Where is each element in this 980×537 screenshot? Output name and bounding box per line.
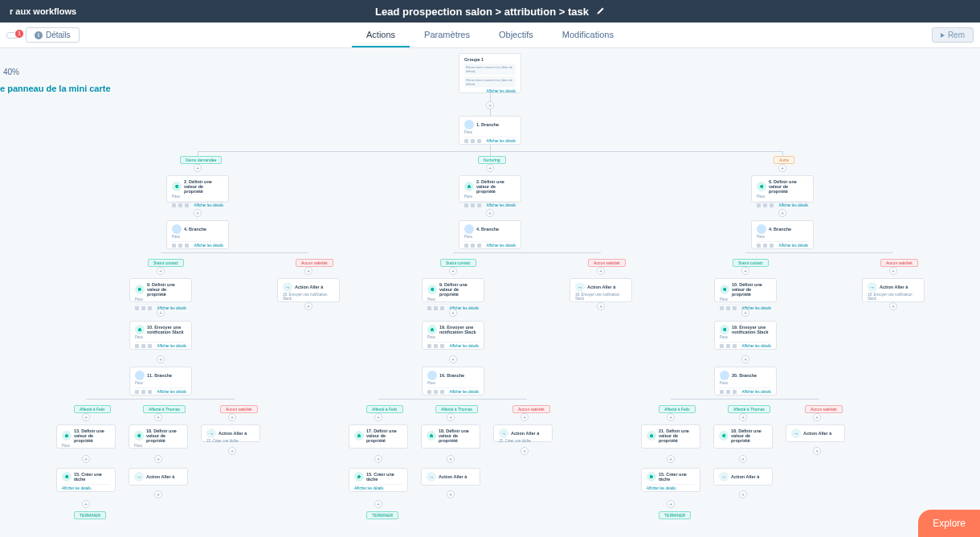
goto-card[interactable]: →Action Aller à [713,468,773,486]
add-step[interactable]: + [486,209,494,217]
action-card[interactable]: 2. Définir une valeur de propriété Pass … [459,175,521,203]
goto-card[interactable]: →Action Aller à 15. Créer une tâche [493,424,553,442]
action-card[interactable]: 15. Créer une tâche Afficher les détails [56,468,116,492]
add-step[interactable]: + [449,355,457,363]
add-step[interactable]: + [154,455,162,463]
trigger-card[interactable]: Groupe 1 Récemment converti en (date de … [459,53,521,93]
add-step[interactable]: + [741,355,749,363]
add-step[interactable]: + [739,490,747,498]
action-card[interactable]: 10. Envoyer une notification Slack Pass … [129,321,192,350]
add-step[interactable]: + [741,309,749,317]
branch-icon [464,120,474,129]
add-step[interactable]: + [154,490,162,498]
add-step[interactable]: + [154,413,162,421]
explorer-button[interactable]: Explore [918,510,980,537]
details-button[interactable]: i Détails [26,27,80,43]
action-card[interactable]: 10. Définir une valeur de propriété Pass… [714,278,777,302]
tab-actions[interactable]: Actions [352,23,410,47]
add-step[interactable]: + [82,455,90,463]
add-step[interactable]: + [741,267,749,275]
add-step[interactable]: + [667,413,675,421]
add-step[interactable]: + [374,413,382,421]
action-card[interactable]: 15. Créer une tâche Afficher les détails [349,468,408,492]
add-step[interactable]: + [157,355,165,363]
minimap-toggle[interactable]: e panneau de la mini carte [0,84,111,93]
connector [161,252,308,253]
goto-card[interactable]: →Action Aller à 18. Envoyer une notifica… [570,278,632,302]
branch-card-1[interactable]: 1. Branche Pass Afficher les détails [459,116,521,145]
back-link[interactable]: r aux workflows [10,6,76,16]
action-card[interactable]: 18. Définir une valeur de propriété Pass [129,424,188,449]
arrow-icon: → [499,428,508,438]
add-step[interactable]: + [778,164,786,172]
add-step[interactable]: + [889,267,897,275]
connector [378,399,527,400]
add-step[interactable]: + [82,413,90,421]
branch-card[interactable]: 11. Branche Pass Afficher les détails [129,367,192,396]
action-card[interactable]: 9. Définir une valeur de propriété Pass … [422,278,484,302]
add-step[interactable]: + [157,309,165,317]
add-step[interactable]: + [447,413,455,421]
add-step[interactable]: + [597,267,605,275]
branch-card[interactable]: 4. Branche Pass Afficher les détails [751,220,814,249]
goto-card[interactable]: →Action Aller à 15. Créer une tâche [201,424,260,442]
add-step[interactable]: + [667,500,675,508]
add-step[interactable]: + [374,500,382,508]
action-card[interactable]: 19. Envoyer une notification Slack Pass … [422,321,484,350]
add-step[interactable]: + [228,413,236,421]
add-step[interactable]: + [486,101,494,109]
branch-card[interactable]: 4. Branche Pass Afficher les détails [459,220,521,249]
edit-icon[interactable] [595,6,605,16]
review-button[interactable]: Rem [932,27,974,43]
branch-card[interactable]: 16. Branche Pass Afficher les détails [422,367,484,396]
action-card[interactable]: 9. Définir une valeur de propriété Pass … [129,278,192,302]
add-step[interactable]: + [304,267,312,275]
add-step[interactable]: + [739,413,747,421]
action-card[interactable]: 13. Définir une valeur de propriété Pass [56,424,116,449]
add-step[interactable]: + [739,455,747,463]
action-card[interactable]: 2. Définir une valeur de propriété Pass … [166,175,229,203]
action-card[interactable]: 19. Envoyer une notification Slack Pass … [714,321,777,350]
goto-card[interactable]: →Action Aller à [421,468,480,486]
branch-card[interactable]: 20. Branche Pass Afficher les détails [714,367,777,396]
tab-modifications[interactable]: Modifications [548,23,628,47]
add-step[interactable]: + [447,455,455,463]
branch-icon [464,224,474,234]
add-step[interactable]: + [813,447,821,455]
add-step[interactable]: + [194,209,202,217]
alerts-button[interactable]: 1 [6,32,21,39]
add-step[interactable]: + [521,447,529,455]
add-step[interactable]: + [889,302,897,310]
add-step[interactable]: + [449,309,457,317]
add-step[interactable]: + [304,302,312,310]
tab-parametres[interactable]: Paramètres [410,23,484,47]
goto-card[interactable]: →Action Aller à 18. Envoyer une notifica… [277,278,340,302]
add-step[interactable]: + [228,447,236,455]
action-card[interactable]: 18. Définir une valeur de propriété [713,424,773,449]
goto-card[interactable]: →Action Aller à [129,468,188,486]
workflow-canvas[interactable]: 40% e panneau de la mini carte Groupe 1 … [0,48,980,537]
add-step[interactable]: + [521,413,529,421]
branch-label-aucun: Aucun satisfait [296,259,333,267]
add-step[interactable]: + [597,302,605,310]
add-step[interactable]: + [667,455,675,463]
goto-card[interactable]: →Action Aller à [786,424,845,442]
action-card[interactable]: 6. Définir une valeur de propriété Pass … [751,175,814,203]
add-step[interactable]: + [778,209,786,217]
add-step[interactable]: + [813,413,821,421]
add-step[interactable]: + [82,500,90,508]
action-card[interactable]: 15. Créer une tâche Afficher les détails [641,468,700,492]
add-step[interactable]: + [449,267,457,275]
add-step[interactable]: + [447,490,455,498]
branch-card[interactable]: 4. Branche Pass Afficher les détails [166,220,229,249]
add-step[interactable]: + [194,164,202,172]
action-card[interactable]: 21. Définir une valeur de propriété [641,424,700,449]
trigger-filter-1: Récemment converti en (date de début) [464,64,516,75]
add-step[interactable]: + [157,267,165,275]
tab-objectifs[interactable]: Objectifs [484,23,548,47]
goto-card[interactable]: →Action Aller à 18. Envoyer une notifica… [862,278,925,302]
action-card[interactable]: 18. Définir une valeur de propriété [421,424,480,449]
add-step[interactable]: + [486,164,494,172]
action-card[interactable]: 17. Définir une valeur de propriété [349,424,408,449]
add-step[interactable]: + [374,455,382,463]
